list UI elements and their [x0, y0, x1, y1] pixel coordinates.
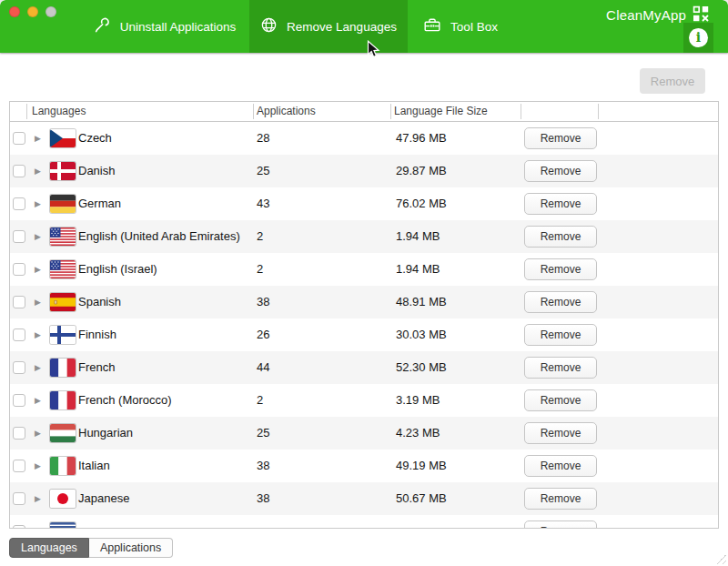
row-checkbox[interactable]: [13, 165, 25, 177]
table-row: ▶ French (Morocco) 2 3.19 MB Remove: [10, 384, 718, 417]
language-name: French: [78, 351, 115, 384]
row-checkbox[interactable]: [13, 132, 25, 145]
disclosure-triangle-icon[interactable]: ▶: [35, 417, 41, 450]
row-remove-button[interactable]: Remove: [524, 455, 597, 477]
row-remove-button[interactable]: Remove: [524, 160, 597, 182]
language-name: Spanish: [78, 286, 121, 318]
view-switcher: Languages Applications: [9, 538, 173, 558]
tab-label: Tool Box: [450, 20, 498, 34]
flag-italy: [50, 457, 76, 475]
table-row: ▶ Hungarian 25 4.23 MB Remove: [10, 417, 718, 450]
applications-count: 26: [257, 318, 269, 351]
disclosure-triangle-icon[interactable]: ▶: [35, 122, 41, 155]
flag-denmark: [50, 162, 76, 180]
row-remove-button[interactable]: Remove: [524, 226, 597, 248]
table-body: ▶ Czech 28 47.96 MB Remove ▶ Danish 25 2…: [10, 122, 718, 529]
table-row: ▶ German 43 76.02 MB Remove: [10, 187, 718, 220]
bulk-remove-button[interactable]: Remove: [640, 68, 705, 94]
tab-uninstall-applications[interactable]: Uninstall Applications: [80, 0, 249, 53]
table-row: ▶ Spanish 38 48.91 MB Remove: [10, 286, 718, 318]
table-header: Languages Applications Language File Siz…: [10, 102, 718, 122]
segment-applications[interactable]: Applications: [89, 538, 173, 558]
flag-hungary: [50, 424, 76, 442]
row-remove-button[interactable]: Remove: [524, 389, 597, 411]
row-checkbox[interactable]: [13, 361, 25, 374]
disclosure-triangle-icon[interactable]: ▶: [35, 482, 41, 515]
table-row: ▶ Remove: [10, 515, 718, 529]
row-checkbox[interactable]: [13, 296, 25, 308]
row-checkbox[interactable]: [13, 427, 25, 440]
applications-count: 28: [257, 122, 269, 155]
applications-count: 25: [257, 417, 269, 450]
column-header-languages[interactable]: Languages: [32, 102, 86, 121]
flag-finland: [50, 326, 76, 344]
titlebar: Uninstall Applications Remove Languages: [0, 0, 728, 53]
tab-label: Remove Languages: [287, 20, 397, 34]
applications-count: 25: [257, 155, 269, 187]
applications-count: 44: [257, 351, 269, 384]
disclosure-triangle-icon[interactable]: ▶: [35, 187, 41, 220]
row-checkbox[interactable]: [13, 460, 25, 472]
applications-count: 43: [257, 187, 269, 220]
row-checkbox[interactable]: [13, 263, 25, 276]
zoom-window-button[interactable]: [46, 6, 56, 17]
tab-label: Uninstall Applications: [120, 20, 237, 34]
app-window: Uninstall Applications Remove Languages: [0, 0, 728, 566]
row-checkbox[interactable]: [13, 328, 25, 341]
tab-tool-box[interactable]: Tool Box: [408, 0, 513, 53]
tab-remove-languages[interactable]: Remove Languages: [249, 0, 408, 53]
row-remove-button[interactable]: Remove: [524, 193, 597, 215]
row-checkbox[interactable]: [13, 492, 25, 505]
column-header-applications[interactable]: Applications: [257, 102, 316, 121]
row-remove-button[interactable]: Remove: [524, 258, 597, 280]
row-remove-button[interactable]: Remove: [524, 488, 597, 510]
disclosure-triangle-icon[interactable]: ▶: [35, 351, 41, 384]
row-checkbox[interactable]: [13, 525, 25, 529]
disclosure-triangle-icon[interactable]: ▶: [35, 450, 41, 482]
language-name: Danish: [78, 155, 115, 187]
file-size: 4.23 MB: [396, 417, 440, 450]
row-remove-button[interactable]: Remove: [524, 324, 597, 346]
minimize-window-button[interactable]: [27, 6, 38, 17]
disclosure-triangle-icon[interactable]: ▶: [35, 318, 41, 351]
row-checkbox[interactable]: [13, 197, 25, 210]
flag-spain: [50, 293, 76, 311]
disclosure-triangle-icon[interactable]: ▶: [35, 515, 41, 529]
disclosure-triangle-icon[interactable]: ▶: [35, 286, 41, 318]
applications-count: 2: [257, 384, 263, 417]
language-name: English (United Arab Emirates): [78, 220, 240, 253]
row-checkbox[interactable]: [13, 394, 25, 407]
language-name: Japanese: [78, 482, 129, 515]
applications-count: 38: [257, 450, 269, 482]
column-header-file-size[interactable]: Language File Size: [394, 102, 488, 121]
row-remove-button[interactable]: Remove: [524, 291, 597, 313]
table-row: ▶ English (Israel) 2 1.94 MB Remove: [10, 253, 718, 286]
disclosure-triangle-icon[interactable]: ▶: [35, 220, 41, 253]
info-icon: i: [689, 28, 708, 47]
globe-icon: [260, 16, 278, 36]
close-window-button[interactable]: [9, 6, 20, 17]
row-remove-button[interactable]: Remove: [524, 422, 597, 444]
disclosure-triangle-icon[interactable]: ▶: [35, 155, 41, 187]
row-remove-button[interactable]: Remove: [524, 127, 597, 149]
language-name: English (Israel): [78, 253, 157, 286]
language-name: Italian: [78, 450, 110, 482]
disclosure-triangle-icon[interactable]: ▶: [35, 253, 41, 286]
disclosure-triangle-icon[interactable]: ▶: [35, 384, 41, 417]
row-remove-button[interactable]: Remove: [524, 357, 597, 379]
window-resize-grip[interactable]: [716, 554, 726, 564]
file-size: 48.91 MB: [396, 286, 447, 318]
info-button[interactable]: i: [683, 23, 713, 53]
flag-czech: [50, 129, 76, 147]
file-size: 1.94 MB: [396, 220, 440, 253]
flag-france: [50, 359, 76, 377]
table-row: ▶ Danish 25 29.87 MB Remove: [10, 155, 718, 187]
table-row: ▶ Finnish 26 30.03 MB Remove: [10, 318, 718, 351]
languages-table: Languages Applications Language File Siz…: [9, 101, 719, 529]
file-size: 30.03 MB: [396, 318, 447, 351]
row-checkbox[interactable]: [13, 230, 25, 243]
flag-germany: [50, 195, 76, 213]
flag-usa: [50, 260, 76, 278]
row-remove-button[interactable]: Remove: [524, 521, 597, 529]
segment-languages[interactable]: Languages: [9, 538, 89, 558]
